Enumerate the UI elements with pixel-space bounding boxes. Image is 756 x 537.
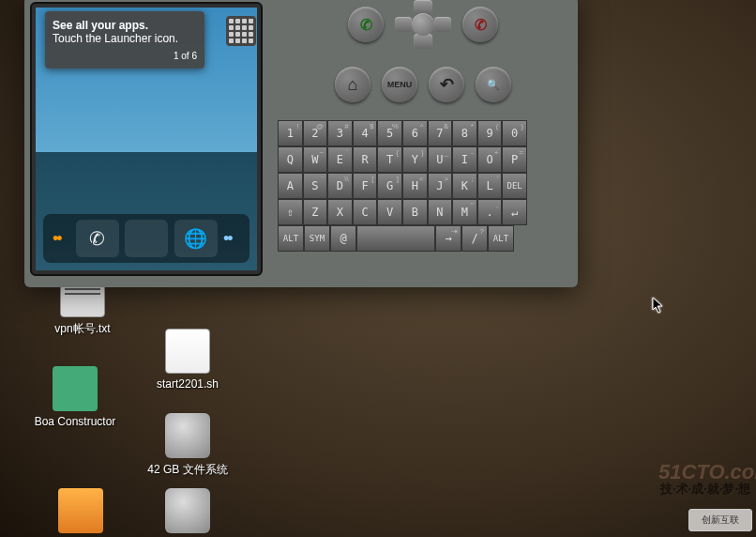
key[interactable]: <H [402, 173, 428, 199]
key[interactable]: `S [303, 173, 328, 199]
file-icon [58, 488, 103, 533]
key[interactable]: @ [330, 225, 356, 252]
key-delete[interactable]: DEL [502, 173, 527, 199]
key[interactable]: }Y [402, 146, 428, 173]
key[interactable]: (9 [477, 120, 503, 146]
key[interactable]: Q [278, 146, 303, 173]
android-emulator-window: See all your apps. Touch the Launcher ic… [24, 0, 578, 287]
key[interactable]: V [377, 199, 402, 225]
page-indicator-right-icon[interactable]: •• [223, 229, 240, 249]
key[interactable]: %5 [377, 120, 402, 146]
dpad[interactable] [395, 0, 451, 49]
key[interactable]: 'L [477, 173, 503, 199]
launcher-grid-icon [226, 16, 256, 46]
dialer-icon[interactable]: ✆ [76, 220, 119, 257]
key[interactable]: X [327, 199, 353, 225]
home-button[interactable]: ⌂ [335, 67, 370, 102]
desktop-icon[interactable]: pydiction-1.2 [34, 488, 128, 537]
key[interactable]: [F [353, 173, 378, 199]
file-icon [53, 366, 98, 411]
icon-label: start2201.sh [141, 377, 234, 391]
key[interactable]: "M [452, 199, 477, 225]
key[interactable]: &7 [428, 120, 453, 146]
key[interactable]: ⇥→ [435, 225, 461, 252]
watermark-logo: 创新互联 [688, 509, 752, 531]
dpad-left-icon[interactable] [395, 17, 412, 32]
launcher-icon[interactable] [125, 220, 168, 257]
key[interactable]: >J [428, 173, 453, 199]
dpad-right-icon[interactable] [434, 17, 451, 32]
key[interactable]: SYM [304, 225, 330, 252]
key[interactable]: ~W [303, 146, 328, 173]
key[interactable]: ´E [327, 146, 353, 173]
hardware-keyboard: !1@2#3$4%5^6&7*8(9)0Q~W´ER{T}Y_U-I+O=PA`… [278, 120, 527, 252]
browser-icon[interactable]: 🌐 [174, 220, 218, 257]
dpad-center-icon[interactable] [412, 13, 434, 36]
key[interactable]: #3 [327, 120, 353, 146]
hint-tooltip: See all your apps. Touch the Launcher ic… [45, 11, 204, 69]
icon-label: 42 GB 文件系统 [141, 462, 234, 478]
key[interactable]: $4 [353, 120, 378, 146]
desktop-icon[interactable]: 32 GB 文件系统 [141, 488, 234, 537]
call-button[interactable]: ✆ [348, 7, 384, 42]
desktop-icon[interactable]: Boa Constructor [28, 366, 122, 428]
phone-frame: See all your apps. Touch the Launcher ic… [30, 2, 263, 276]
tooltip-body: Touch the Launcher icon. [53, 32, 197, 45]
key[interactable]: ALT [488, 225, 514, 252]
key[interactable] [356, 225, 435, 252]
phone-screen[interactable]: See all your apps. Touch the Launcher ic… [36, 8, 257, 270]
key[interactable]: *8 [452, 120, 477, 146]
file-icon [165, 413, 210, 458]
menu-button[interactable]: MENU [382, 67, 417, 102]
key-enter[interactable]: ↵ [502, 199, 527, 225]
key[interactable]: ]G [377, 173, 402, 199]
key[interactable]: ?/ [461, 225, 488, 252]
tooltip-page: 1 of 6 [53, 51, 197, 61]
key[interactable]: \\D [327, 173, 353, 199]
search-button[interactable]: 🔍 [476, 67, 511, 102]
key[interactable]: ALT [278, 225, 304, 252]
key[interactable]: -I [452, 146, 477, 173]
key[interactable]: ,. [477, 199, 503, 225]
emulator-controls: ✆ ✆ ⌂ MENU ↶ 🔍 !1@2#3$4%5^6&7*8(9)0Q~W´E… [268, 0, 578, 287]
key[interactable]: +O [477, 146, 503, 173]
desktop-icon[interactable]: 42 GB 文件系统 [141, 413, 234, 478]
key[interactable]: Z [303, 199, 328, 225]
key[interactable]: R [353, 146, 378, 173]
key[interactable]: ;K [452, 173, 477, 199]
icon-label: vpn帐号.txt [36, 321, 129, 337]
key[interactable]: ⇧ [278, 199, 303, 225]
desktop-icon[interactable]: start2201.sh [141, 329, 234, 391]
phone-dock: •• ✆ 🌐 •• [43, 214, 249, 263]
key[interactable]: _U [428, 146, 453, 173]
icon-label: Boa Constructor [28, 415, 122, 428]
key[interactable]: !1 [278, 120, 303, 146]
key[interactable]: C [353, 199, 378, 225]
key[interactable]: N [428, 199, 453, 225]
key[interactable]: ^6 [402, 120, 428, 146]
key[interactable]: {T [377, 146, 402, 173]
file-icon [165, 329, 210, 374]
tooltip-title: See all your apps. [53, 19, 197, 32]
key[interactable]: A [278, 173, 303, 199]
key[interactable]: =P [502, 146, 527, 173]
key[interactable]: )0 [502, 120, 527, 146]
key[interactable]: @2 [303, 120, 328, 146]
back-button[interactable]: ↶ [429, 67, 464, 102]
page-indicator-left-icon[interactable]: •• [53, 229, 69, 249]
dpad-down-icon[interactable] [414, 34, 432, 49]
end-call-button[interactable]: ✆ [462, 7, 498, 42]
key[interactable]: B [402, 199, 428, 225]
file-icon [165, 488, 210, 533]
